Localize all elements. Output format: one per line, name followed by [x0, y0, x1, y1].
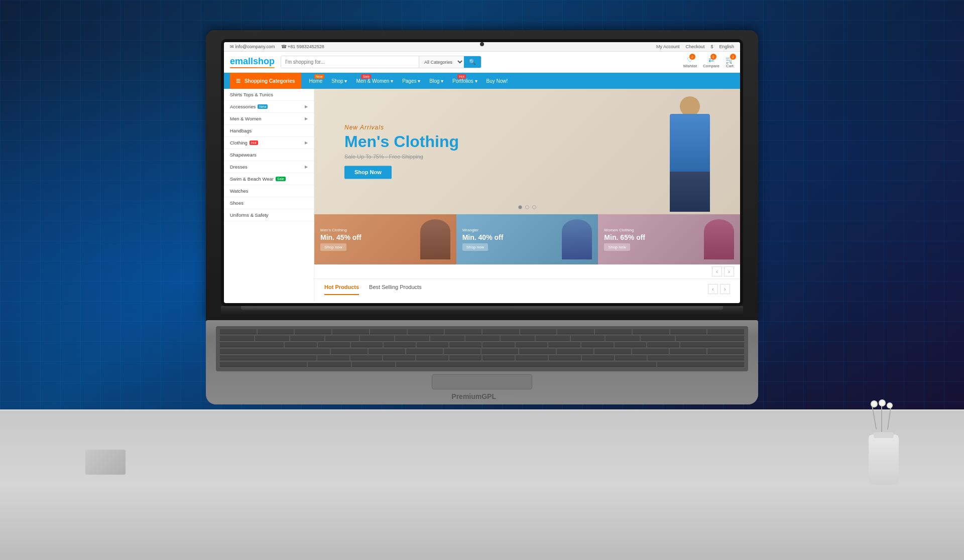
laptop: ✉ info@company.com ☎ +81 59832452528 My … — [206, 30, 758, 404]
men-women-arrow: ▶ — [305, 116, 308, 121]
hero-dot-2[interactable] — [525, 205, 529, 209]
sidebar-item-shapewears[interactable]: Shapewears — [224, 149, 314, 161]
header-icons: ♡ 2 Wishlist ⇄ 0 Compare — [683, 56, 734, 68]
shop-now-button[interactable]: Shop Now — [344, 166, 392, 179]
promo-wrangler-model — [562, 219, 592, 259]
product-tabs: Hot Products Best Selling Products ‹ › — [314, 278, 740, 295]
nav-home[interactable]: New Home — [305, 73, 327, 89]
key-f10 — [595, 329, 632, 334]
compare-icon-group[interactable]: ⇄ 0 Compare — [703, 56, 719, 68]
key-shift-r — [648, 355, 744, 360]
cart-badge: 2 — [730, 54, 736, 60]
slider-prev-button[interactable]: ‹ — [712, 266, 722, 276]
promo-women-label: Women Clothing — [604, 228, 645, 232]
trackpad-area — [216, 374, 748, 389]
tab-prev-button[interactable]: ‹ — [708, 284, 718, 294]
trackpad[interactable] — [432, 374, 532, 389]
nav-shop[interactable]: Shop ▾ — [327, 73, 351, 89]
checkout-link[interactable]: Checkout — [685, 44, 704, 49]
nav-blog[interactable]: Blog ▾ — [425, 73, 447, 89]
nav-blog-label: Blog ▾ — [429, 78, 443, 84]
sidebar-item-watches[interactable]: Watches — [224, 185, 314, 197]
cart-icon-group[interactable]: 🛒 2 Cart — [726, 56, 734, 68]
hero-dot-1[interactable] — [518, 205, 522, 209]
swim-left: Swim & Beach Wear Sale — [230, 176, 286, 182]
nav-men-women[interactable]: Sale Men & Women ▾ — [352, 73, 397, 89]
tab-hot-products[interactable]: Hot Products — [324, 284, 359, 295]
accessories-left: Accessories New — [230, 104, 268, 109]
nav-men-women-label: Men & Women ▾ — [356, 78, 393, 84]
key-return — [680, 342, 744, 347]
key-fn — [308, 362, 351, 367]
wishlist-icon-group[interactable]: ♡ 2 Wishlist — [683, 56, 697, 68]
laptop-hinge — [241, 306, 723, 310]
key-ctrl — [220, 362, 307, 367]
portfolios-badge: Hot — [457, 74, 466, 79]
sidebar-item-dresses[interactable]: Dresses ▶ — [224, 161, 314, 173]
key-p — [581, 342, 614, 347]
model-body — [670, 114, 710, 174]
key-s — [369, 349, 405, 354]
key-option — [352, 362, 395, 367]
key-f11 — [633, 329, 669, 334]
sidebar-shirts-label: Shirts Tops & Tunics — [230, 92, 273, 97]
promo-women-btn[interactable]: Shop now — [604, 243, 630, 251]
accessories-label: Accessories — [230, 104, 256, 109]
tab-next-button[interactable]: › — [720, 284, 730, 294]
nav-pages[interactable]: Pages ▾ — [398, 73, 424, 89]
sidebar-item-uniforms[interactable]: Uniforms & Safety — [224, 209, 314, 221]
key-b — [449, 355, 481, 360]
shapewears-label: Shapewears — [230, 152, 257, 158]
hero-model — [655, 96, 725, 214]
men-women-label: Men & Women — [230, 116, 262, 121]
key-x — [350, 355, 383, 360]
search-input[interactable] — [281, 56, 419, 68]
shopping-categories-button[interactable]: ☰ Shopping Categories — [230, 73, 301, 89]
compare-label: Compare — [703, 64, 719, 68]
logo-container: emallshop — [230, 56, 275, 68]
key-f8 — [520, 329, 557, 334]
key-n — [483, 355, 515, 360]
promo-men-discount: Min. 45% off — [320, 233, 362, 241]
sidebar-item-accessories[interactable]: Accessories New ▶ — [224, 101, 314, 113]
promo-wrangler-btn[interactable]: Shop now — [462, 243, 489, 251]
top-bar-left: ✉ info@company.com ☎ +81 59832452528 — [230, 44, 324, 49]
nav-buy-now-label: Buy Now! — [487, 78, 508, 84]
shopping-cat-label: Shopping Categories — [245, 78, 295, 84]
sidebar-item-shirts[interactable]: Shirts Tops & Tunics — [224, 89, 314, 101]
sidebar-item-handbags[interactable]: Handbags — [224, 125, 314, 137]
screen-bezel: ✉ info@company.com ☎ +81 59832452528 My … — [221, 39, 743, 306]
sidebar-item-men-women[interactable]: Men & Women ▶ — [224, 113, 314, 125]
key-space — [396, 362, 656, 367]
key-3 — [325, 336, 359, 341]
language-selector[interactable]: English — [719, 44, 734, 49]
handbags-label: Handbags — [230, 128, 252, 133]
promo-men-label: Men's Clothing — [320, 228, 362, 232]
key-c — [383, 355, 415, 360]
men-women-badge: Sale — [361, 74, 371, 79]
currency-selector[interactable]: $ — [710, 44, 713, 49]
nav-buy-now[interactable]: Buy Now! — [483, 73, 512, 89]
key-comma — [549, 355, 581, 360]
promo-women-model — [704, 219, 734, 259]
key-8 — [501, 336, 535, 341]
tab-best-selling[interactable]: Best Selling Products — [369, 284, 422, 295]
slider-next-button[interactable]: › — [724, 266, 734, 276]
sidebar-item-clothing[interactable]: Clothing Hot ▶ — [224, 137, 314, 149]
promo-wrangler-label: Wrangler — [462, 228, 504, 232]
promo-men-btn[interactable]: Shop now — [320, 243, 346, 251]
hero-dot-3[interactable] — [532, 205, 536, 209]
sidebar-item-shoes[interactable]: Shoes — [224, 197, 314, 209]
key-e — [351, 342, 383, 347]
key-slash — [615, 355, 647, 360]
key-v — [416, 355, 448, 360]
search-button[interactable]: 🔍 — [464, 56, 481, 68]
my-account-link[interactable]: My Account — [656, 44, 680, 49]
key-u — [483, 342, 515, 347]
key-a — [331, 349, 368, 354]
search-category-select[interactable]: All Categories — [419, 56, 464, 68]
key-lbracket — [615, 342, 647, 347]
nav-portfolios[interactable]: Hot Portfolios ▾ — [448, 73, 481, 89]
promo-cards: Men's Clothing Min. 45% off Shop now Wra… — [314, 214, 740, 264]
sidebar-item-swim[interactable]: Swim & Beach Wear Sale — [224, 173, 314, 185]
